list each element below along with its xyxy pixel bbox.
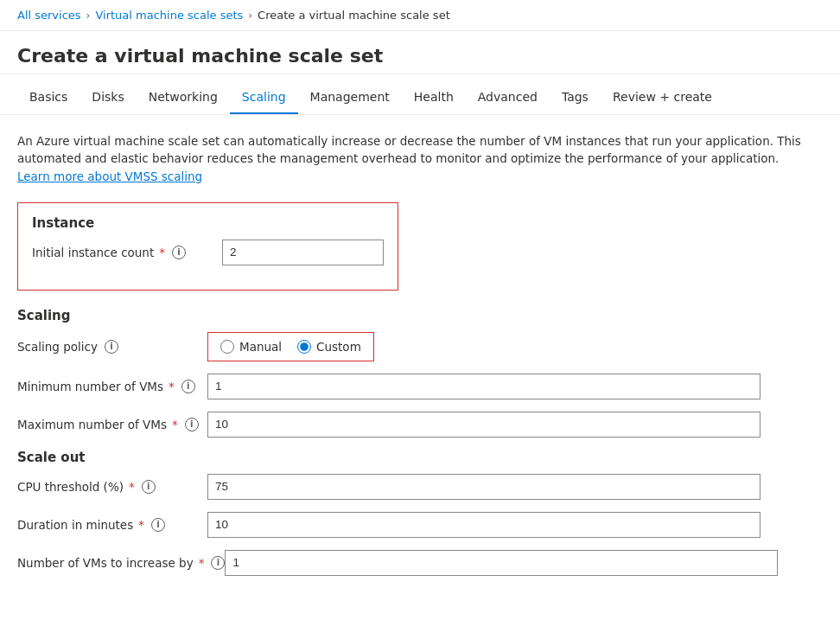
duration-input-wrapper (207, 512, 760, 538)
breadcrumb-sep-2: › (248, 10, 252, 22)
radio-custom-input[interactable] (297, 340, 311, 354)
max-vms-info-icon[interactable]: i (185, 418, 199, 431)
cpu-required: * (129, 480, 135, 494)
instance-section-box: Instance Initial instance count * i (17, 202, 398, 291)
instance-section-title: Instance (32, 215, 384, 231)
scaling-policy-radio-group: Manual Custom (207, 332, 374, 361)
num-vms-increase-label: Number of VMs to increase by * i (17, 556, 225, 570)
radio-manual-input[interactable] (220, 340, 234, 354)
radio-custom[interactable]: Custom (297, 340, 361, 354)
initial-instance-count-input-wrapper (222, 240, 384, 265)
num-vms-increase-input-wrapper (225, 550, 778, 576)
max-vms-input-wrapper (207, 412, 760, 438)
scaling-policy-row: Scaling policy i Manual Custom (17, 332, 812, 361)
min-vms-label: Minimum number of VMs * i (17, 380, 207, 393)
min-vms-info-icon[interactable]: i (181, 380, 195, 393)
vmss-scaling-link[interactable]: Learn more about VMSS scaling (17, 169, 202, 183)
max-vms-label: Maximum number of VMs * i (17, 418, 207, 431)
scaling-section-title: Scaling (17, 308, 812, 323)
scaling-policy-label: Scaling policy i (17, 340, 207, 354)
tab-health[interactable]: Health (402, 81, 466, 114)
main-content: An Azure virtual machine scale set can a… (0, 115, 830, 605)
scaling-section: Scaling Scaling policy i Manual Custom (17, 308, 812, 438)
duration-input[interactable] (207, 512, 760, 538)
header-divider (0, 73, 840, 74)
tabs-bar: Basics Disks Networking Scaling Manageme… (0, 81, 840, 115)
page-header: Create a virtual machine scale set (0, 31, 840, 73)
initial-instance-count-label: Initial instance count * i (32, 246, 222, 259)
breadcrumb-sep-1: › (86, 10, 91, 22)
scale-out-section: Scale out CPU threshold (%) * i Duration… (17, 450, 812, 576)
tab-networking[interactable]: Networking (137, 81, 230, 114)
max-vms-input[interactable] (207, 412, 760, 438)
cpu-threshold-label: CPU threshold (%) * i (17, 480, 207, 494)
max-vms-required: * (172, 418, 178, 431)
scale-out-title: Scale out (17, 450, 812, 465)
num-vms-increase-info-icon[interactable]: i (211, 556, 225, 570)
scaling-policy-info-icon[interactable]: i (105, 340, 118, 354)
required-star: * (159, 246, 165, 259)
num-vms-increase-input[interactable] (225, 550, 778, 576)
page-title: Create a virtual machine scale set (17, 45, 823, 67)
cpu-threshold-info-icon[interactable]: i (142, 480, 156, 494)
description-text: An Azure virtual machine scale set can a… (17, 132, 812, 185)
initial-instance-count-input[interactable] (222, 240, 384, 265)
max-vms-row: Maximum number of VMs * i (17, 412, 812, 438)
duration-row: Duration in minutes * i (17, 512, 812, 538)
min-vms-input-wrapper (207, 374, 760, 399)
min-vms-input[interactable] (207, 374, 760, 399)
duration-required: * (138, 518, 144, 532)
initial-instance-count-row: Initial instance count * i (32, 240, 384, 265)
scaling-policy-options: Manual Custom (207, 332, 760, 361)
breadcrumb: All services › Virtual machine scale set… (0, 0, 840, 31)
duration-label: Duration in minutes * i (17, 518, 207, 532)
tab-advanced[interactable]: Advanced (466, 81, 550, 114)
tab-management[interactable]: Management (298, 81, 402, 114)
num-vms-increase-required: * (199, 556, 205, 570)
radio-manual-label: Manual (239, 340, 282, 354)
num-vms-increase-row: Number of VMs to increase by * i (17, 550, 812, 576)
duration-info-icon[interactable]: i (151, 518, 165, 532)
radio-manual[interactable]: Manual (220, 340, 282, 354)
breadcrumb-vmss[interactable]: Virtual machine scale sets (95, 9, 243, 22)
cpu-threshold-input-wrapper (207, 474, 760, 500)
radio-custom-label: Custom (316, 340, 361, 354)
cpu-threshold-input[interactable] (207, 474, 760, 500)
tab-disks[interactable]: Disks (80, 81, 136, 114)
initial-instance-count-info-icon[interactable]: i (172, 246, 186, 259)
tab-scaling[interactable]: Scaling (230, 81, 298, 114)
tab-review-create[interactable]: Review + create (601, 81, 724, 114)
tab-basics[interactable]: Basics (17, 81, 80, 114)
cpu-threshold-row: CPU threshold (%) * i (17, 474, 812, 500)
min-vms-row: Minimum number of VMs * i (17, 374, 812, 399)
min-vms-required: * (169, 380, 175, 393)
tab-tags[interactable]: Tags (550, 81, 601, 114)
breadcrumb-current: Create a virtual machine scale set (258, 9, 450, 22)
breadcrumb-all-services[interactable]: All services (17, 9, 81, 22)
